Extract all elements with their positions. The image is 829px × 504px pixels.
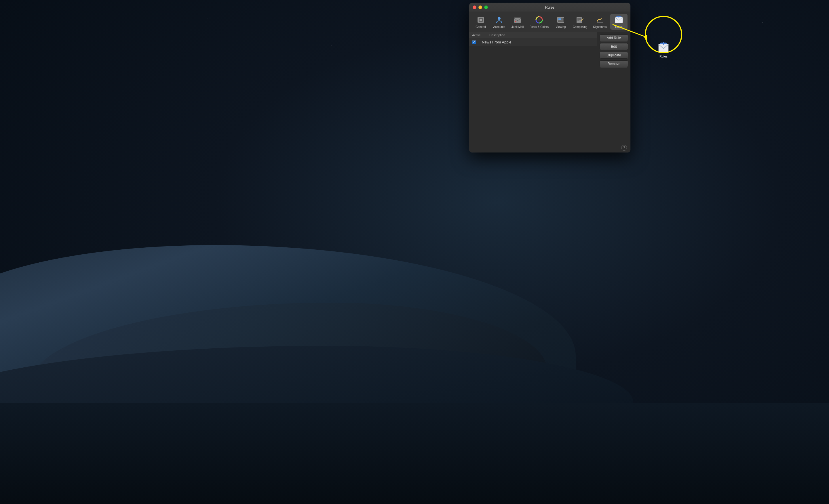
toolbar-item-rules[interactable]: Rules — [610, 14, 627, 30]
buttons-panel: Add Rule Edit Duplicate Remove — [597, 32, 630, 143]
bottom-bar: ? — [469, 143, 630, 152]
junk-mail-label: Junk Mail — [511, 25, 524, 29]
description-column-header: Description — [489, 33, 594, 37]
accounts-icon — [494, 15, 504, 25]
svg-rect-12 — [558, 18, 561, 20]
rules-label: Rules — [615, 25, 623, 29]
remove-button[interactable]: Remove — [600, 61, 628, 67]
add-rule-button[interactable]: Add Rule — [600, 35, 628, 41]
help-button[interactable]: ? — [621, 145, 627, 151]
toolbar-item-composing[interactable]: Composing — [571, 14, 589, 30]
stars — [0, 0, 829, 227]
fonts-colors-icon — [534, 15, 544, 25]
general-label: General — [475, 25, 486, 29]
rules-icon — [614, 15, 624, 25]
rule-description: News From Apple — [482, 40, 511, 44]
fonts-colors-label: Fonts & Colors — [530, 25, 549, 29]
svg-point-3 — [498, 17, 501, 20]
toolbar: General Accounts Junk Mail — [469, 11, 630, 32]
composing-icon — [575, 15, 585, 25]
toolbar-item-signatures[interactable]: Signatures — [591, 14, 609, 30]
content-area: Active Description ✓ News From Apple Add… — [469, 32, 630, 143]
toolbar-item-accounts[interactable]: Accounts — [491, 14, 508, 30]
toolbar-item-viewing[interactable]: Viewing — [552, 14, 569, 30]
edit-button[interactable]: Edit — [600, 43, 628, 50]
desktop-background — [0, 0, 829, 504]
viewing-label: Viewing — [556, 25, 566, 29]
viewing-icon — [556, 15, 566, 25]
toolbar-item-general[interactable]: General — [472, 14, 489, 30]
svg-rect-13 — [577, 17, 582, 23]
svg-rect-2 — [479, 19, 482, 21]
maximize-button[interactable] — [484, 5, 488, 9]
active-column-header: Active — [472, 33, 489, 37]
accounts-label: Accounts — [493, 25, 505, 29]
minimize-button[interactable] — [478, 5, 482, 9]
signatures-icon — [595, 15, 605, 25]
window-title: Rules — [545, 5, 554, 9]
junk-mail-icon — [513, 15, 522, 25]
title-bar: Rules — [469, 3, 630, 11]
rules-table-header: Active Description — [469, 32, 597, 38]
table-row[interactable]: ✓ News From Apple — [469, 38, 597, 46]
duplicate-button[interactable]: Duplicate — [600, 52, 628, 59]
rules-list-area: Active Description ✓ News From Apple — [469, 32, 597, 143]
signatures-label: Signatures — [593, 25, 607, 29]
dune-4 — [0, 403, 829, 504]
composing-label: Composing — [573, 25, 587, 29]
traffic-lights — [473, 5, 488, 9]
mail-preferences-window: Rules General Accounts — [469, 3, 630, 152]
svg-point-8 — [538, 18, 541, 21]
rule-checkbox[interactable]: ✓ — [472, 40, 476, 44]
general-icon — [476, 15, 485, 25]
toolbar-item-fonts-colors[interactable]: Fonts & Colors — [527, 14, 551, 30]
close-button[interactable] — [473, 5, 476, 9]
checkbox-checkmark: ✓ — [473, 41, 475, 44]
toolbar-item-junk-mail[interactable]: Junk Mail — [509, 14, 526, 30]
